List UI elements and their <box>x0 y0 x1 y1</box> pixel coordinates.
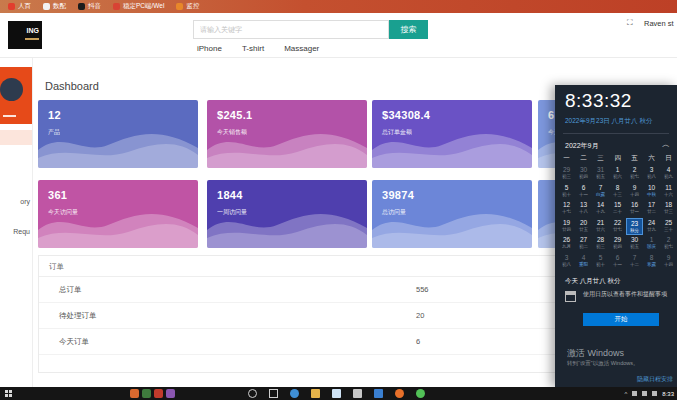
day-lunar-label: 廿四 <box>558 227 575 232</box>
orders-rows: 总订单556待处理订单20今天订单6 <box>39 277 637 355</box>
calendar-day[interactable]: 4重阳 <box>575 253 592 270</box>
news-widget-icon[interactable] <box>130 389 139 398</box>
edge-icon[interactable] <box>290 389 299 398</box>
news-widget-icon[interactable] <box>142 389 151 398</box>
calendar-day[interactable]: 6十一 <box>609 253 626 270</box>
store-icon[interactable] <box>374 389 383 398</box>
sidebar-item-request[interactable]: Requ <box>13 228 30 235</box>
avatar[interactable] <box>0 78 23 101</box>
bookmark-item[interactable]: 监控 <box>176 2 199 11</box>
fullscreen-icon[interactable]: ⛶ <box>627 18 633 28</box>
calendar-day[interactable]: 2初七 <box>626 165 643 182</box>
calendar-day[interactable]: 7十二 <box>626 253 643 270</box>
calendar-day[interactable]: 24廿九 <box>643 218 660 235</box>
calendar-day[interactable]: 9十四 <box>660 253 677 270</box>
bookmark-item[interactable]: 数配 <box>43 2 66 11</box>
calendar-day[interactable]: 21廿六 <box>592 218 609 235</box>
wechat-icon[interactable] <box>416 389 425 398</box>
calendar-day[interactable]: 14十九 <box>592 200 609 217</box>
calendar-day[interactable]: 26九月 <box>558 235 575 252</box>
search-button[interactable]: 搜索 <box>389 20 428 39</box>
sidebar-item-active[interactable] <box>0 130 33 145</box>
calendar-day[interactable]: 3初八 <box>643 165 660 182</box>
tray-volume-icon[interactable] <box>642 391 647 396</box>
day-lunar-label: 寒露 <box>643 262 660 267</box>
sidebar-item-category[interactable]: ory <box>20 198 30 205</box>
bookmarks-bar: 人百数配抖音稳定PC端/Wel监控 <box>0 0 677 13</box>
nav-link-tshirt[interactable]: T-shirt <box>242 44 264 53</box>
tray-ime-icon[interactable] <box>652 391 657 396</box>
stat-card: 39874总访问量 <box>372 180 532 248</box>
calendar-day[interactable]: 11十六 <box>660 183 677 200</box>
day-number: 11 <box>660 183 677 192</box>
day-number: 25 <box>660 218 677 227</box>
calendar-day[interactable]: 9十四 <box>626 183 643 200</box>
order-row-label: 今天订单 <box>59 329 89 355</box>
calendar-day[interactable]: 15二十 <box>609 200 626 217</box>
calendar-day[interactable]: 29初四 <box>609 235 626 252</box>
firefox-icon[interactable] <box>395 389 404 398</box>
calendar-day[interactable]: 30初四 <box>575 165 592 182</box>
file-explorer-icon[interactable] <box>311 389 320 398</box>
day-lunar-label: 十四 <box>626 192 643 197</box>
calendar-day-today[interactable]: 23秋分 <box>626 218 643 235</box>
tray-network-icon[interactable] <box>632 391 637 396</box>
calendar-day[interactable]: 27初二 <box>575 235 592 252</box>
nav-link-iphone[interactable]: iPhone <box>197 44 222 53</box>
calendar-day[interactable]: 13十八 <box>575 200 592 217</box>
clock-date[interactable]: 2022年9月23日 八月廿八 秋分 <box>565 117 652 126</box>
site-logo[interactable]: ING <box>8 21 42 49</box>
mail-icon[interactable] <box>332 389 341 398</box>
calendar-day[interactable]: 12十七 <box>558 200 575 217</box>
calendar-day[interactable]: 1初六 <box>609 165 626 182</box>
calendar-day[interactable]: 20廿五 <box>575 218 592 235</box>
agenda-start-button[interactable]: 开始 <box>583 313 659 326</box>
news-widget[interactable] <box>130 389 175 398</box>
calendar-day[interactable]: 22廿七 <box>609 218 626 235</box>
day-lunar-label: 十二 <box>626 262 643 267</box>
calendar-day[interactable]: 3初八 <box>558 253 575 270</box>
system-tray: ^ 8:33 <box>624 387 674 400</box>
calendar-day[interactable]: 5初十 <box>558 183 575 200</box>
calendar-day[interactable]: 19廿四 <box>558 218 575 235</box>
calendar-day[interactable]: 7白露 <box>592 183 609 200</box>
calendar-day[interactable]: 1国庆 <box>643 235 660 252</box>
calendar-day[interactable]: 18廿三 <box>660 200 677 217</box>
calendar-day[interactable]: 10中秋 <box>643 183 660 200</box>
calendar-day[interactable]: 16廿一 <box>626 200 643 217</box>
calendar-day[interactable]: 29初三 <box>558 165 575 182</box>
task-view-icon[interactable] <box>269 389 278 398</box>
news-widget-icon[interactable] <box>166 389 175 398</box>
nav-link-massager[interactable]: Massager <box>284 44 319 53</box>
stat-card-label: 总订单金额 <box>382 128 412 137</box>
calendar-day[interactable]: 6十一 <box>575 183 592 200</box>
day-lunar-label: 初十 <box>558 192 575 197</box>
calendar-day[interactable]: 31初五 <box>592 165 609 182</box>
bookmark-item[interactable]: 稳定PC端/Wel <box>113 2 164 11</box>
taskbar-clock[interactable]: 8:33 <box>662 391 674 397</box>
hide-agenda-link[interactable]: 隐藏日程安排 <box>637 375 673 384</box>
calendar-day[interactable]: 17廿二 <box>643 200 660 217</box>
search-input[interactable] <box>193 20 389 39</box>
tray-chevron-icon[interactable]: ^ <box>624 391 627 397</box>
weekday-label: 六 <box>643 154 660 163</box>
search-icon[interactable] <box>248 389 257 398</box>
calendar-day[interactable]: 8十三 <box>609 183 626 200</box>
start-button[interactable] <box>5 390 12 397</box>
calendar-day[interactable]: 25三十 <box>660 218 677 235</box>
bookmark-item[interactable]: 抖音 <box>78 2 101 11</box>
weekday-label: 三 <box>592 154 609 163</box>
calendar-day[interactable]: 5初十 <box>592 253 609 270</box>
photos-icon[interactable] <box>353 389 362 398</box>
bookmark-label: 人百 <box>18 2 31 11</box>
calendar-day[interactable]: 28初三 <box>592 235 609 252</box>
calendar-day[interactable]: 2初七 <box>660 235 677 252</box>
news-widget-icon[interactable] <box>154 389 163 398</box>
calendar-day[interactable]: 8寒露 <box>643 253 660 270</box>
calendar-day[interactable]: 30初五 <box>626 235 643 252</box>
calendar-day[interactable]: 4初九 <box>660 165 677 182</box>
chevron-up-icon[interactable]: ︿ <box>662 139 670 150</box>
bookmark-item[interactable]: 人百 <box>8 2 31 11</box>
user-name[interactable]: Raven st <box>644 19 674 28</box>
calendar-month-label[interactable]: 2022年9月 <box>565 141 598 151</box>
